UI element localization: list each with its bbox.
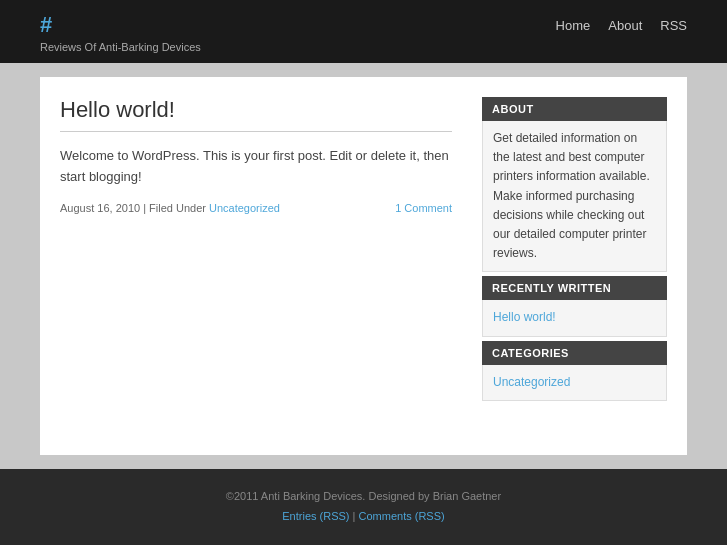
categories-title: CATEGORIES xyxy=(482,341,667,365)
post-category-link[interactable]: Uncategorized xyxy=(209,202,280,214)
post-content: Welcome to WordPress. This is your first… xyxy=(60,146,452,188)
post-date: August 16, 2010 xyxy=(60,202,140,214)
main-column: Hello world! Welcome to WordPress. This … xyxy=(60,97,462,425)
comments-rss-link[interactable]: Comments (RSS) xyxy=(359,510,445,522)
gray-strip-top xyxy=(0,63,727,77)
nav-about[interactable]: About xyxy=(608,18,642,33)
category-item[interactable]: Uncategorized xyxy=(493,373,656,392)
about-widget-title: ABOUT xyxy=(482,97,667,121)
site-branding: # Reviews Of Anti-Barking Devices xyxy=(40,12,201,53)
entries-rss-link[interactable]: Entries (RSS) xyxy=(282,510,349,522)
filed-under-label: | Filed Under xyxy=(143,202,209,214)
about-widget-content: Get detailed information on the latest a… xyxy=(482,121,667,272)
post-title: Hello world! xyxy=(60,97,452,123)
site-tagline: Reviews Of Anti-Barking Devices xyxy=(40,41,201,53)
widget-about: ABOUT Get detailed information on the la… xyxy=(482,97,667,272)
sidebar: ABOUT Get detailed information on the la… xyxy=(482,97,667,425)
site-title-link[interactable]: # xyxy=(40,12,52,37)
site-header: # Reviews Of Anti-Barking Devices Home A… xyxy=(0,0,727,63)
recently-written-content: Hello world! xyxy=(482,300,667,336)
widget-categories: CATEGORIES Uncategorized xyxy=(482,341,667,401)
nav-rss[interactable]: RSS xyxy=(660,18,687,33)
nav-home[interactable]: Home xyxy=(556,18,591,33)
page-wrapper: # Reviews Of Anti-Barking Devices Home A… xyxy=(0,0,727,545)
gray-strip-bottom xyxy=(0,455,727,469)
post-meta: August 16, 2010 | Filed Under Uncategori… xyxy=(60,202,452,214)
footer-copyright: ©2011 Anti Barking Devices. Designed by … xyxy=(10,487,717,507)
post-divider xyxy=(60,131,452,132)
widget-recently-written: RECENTLY WRITTEN Hello world! xyxy=(482,276,667,336)
site-nav: Home About RSS xyxy=(556,12,687,33)
categories-content: Uncategorized xyxy=(482,365,667,401)
recently-written-title: RECENTLY WRITTEN xyxy=(482,276,667,300)
site-footer: ©2011 Anti Barking Devices. Designed by … xyxy=(0,469,727,545)
footer-rss-links: Entries (RSS) | Comments (RSS) xyxy=(10,507,717,527)
recently-written-item[interactable]: Hello world! xyxy=(493,308,656,327)
comment-count-link[interactable]: 1 Comment xyxy=(395,202,452,214)
post-date-meta: August 16, 2010 | Filed Under Uncategori… xyxy=(60,202,280,214)
content-wrapper: Hello world! Welcome to WordPress. This … xyxy=(40,77,687,455)
